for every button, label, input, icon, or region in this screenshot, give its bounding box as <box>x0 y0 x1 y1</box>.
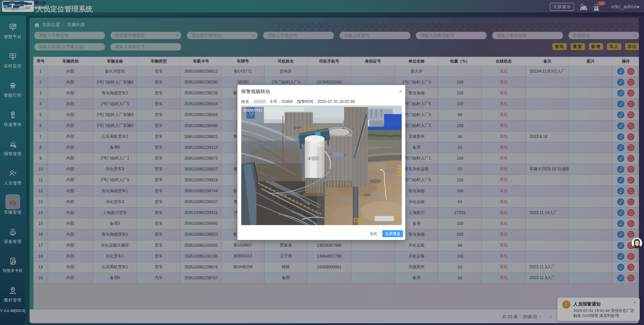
svg-text:-2101: -2101 <box>293 126 302 129</box>
svg-text:2025/07/31 16:02:58: 2025/07/31 16:02:58 <box>243 108 278 112</box>
svg-text:-2: -2 <box>307 156 311 160</box>
